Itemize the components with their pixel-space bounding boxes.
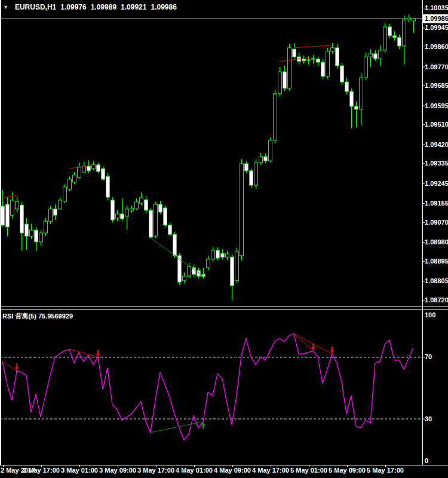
price-axis-label: 1.09335 [425, 160, 448, 167]
candle-body [159, 204, 162, 212]
candle-body [369, 54, 373, 57]
candle-body [78, 167, 81, 177]
candle-body [254, 163, 258, 185]
price-axis-label: 1.09685 [425, 82, 448, 89]
candle-body [68, 179, 72, 189]
candle-body [183, 276, 186, 281]
candle-body [164, 208, 167, 225]
rsi-axis-label: 100 [425, 311, 435, 318]
rsi-axis-label: 0 [425, 457, 428, 464]
candle-body [63, 187, 67, 201]
time-axis-label: 4 May 17:00 [252, 467, 289, 474]
candle-body [383, 27, 387, 50]
candle-body [307, 60, 311, 60]
quote-bid: 1.09986 [151, 3, 176, 11]
candle-body [111, 200, 115, 220]
candle-body [44, 221, 48, 233]
quote-info-bar: ▼ EURUSD,H1 1.09976 1.09989 1.09921 1.09… [3, 3, 177, 11]
quote-high: 1.09989 [91, 3, 116, 11]
quote-low: 1.09921 [121, 3, 146, 11]
candle-body [407, 18, 411, 20]
divergence-arrow-down-icon [96, 353, 100, 356]
time-axis-label: 5 May 01:00 [290, 467, 327, 474]
candle-body [240, 164, 244, 256]
price-axis-label: 1.09155 [425, 200, 448, 207]
indicator-name-label: RSI 背离(5) 75.9569929 [2, 312, 73, 321]
candle-body [259, 157, 263, 163]
candle-body [226, 254, 229, 257]
candle-body [388, 27, 392, 36]
time-axis-label: 5 May 09:00 [329, 467, 366, 474]
current-price-tag: 1.09986 [423, 14, 448, 23]
candle-body [340, 66, 344, 82]
candle-body [11, 200, 14, 215]
rsi-axis-label: 30 [425, 415, 432, 422]
price-axis-label: 1.08895 [425, 258, 448, 265]
candle-body [360, 78, 363, 109]
price-divergence-line [2, 195, 17, 198]
price-axis-label: 1.09245 [425, 180, 448, 187]
price-divergence-line [294, 45, 332, 48]
candle-body [173, 234, 177, 256]
candle-body [106, 176, 110, 197]
price-axis-label: 1.08980 [425, 238, 448, 246]
candle-body [326, 51, 330, 76]
time-axis-label: 4 May 01:00 [176, 467, 213, 474]
price-axis-label: 1.09770 [425, 63, 448, 71]
candle-body [6, 204, 10, 227]
candle-body [350, 91, 354, 106]
candle-body [20, 205, 24, 233]
candle-body [16, 201, 19, 209]
candle-body [221, 253, 225, 257]
time-axis-label: 3 May 17:00 [137, 467, 174, 474]
price-axis-label: 1.09510 [425, 121, 448, 128]
rsi-divergence-line [2, 361, 17, 370]
candle-body [102, 168, 105, 179]
quote-open: 1.09976 [60, 3, 86, 11]
rsi-line [2, 334, 413, 440]
candle-body [87, 166, 91, 171]
candle-body [231, 257, 234, 286]
candle-body [345, 82, 349, 91]
candle-body [355, 106, 358, 109]
time-axis-label: 2 May 17:00 [23, 467, 60, 474]
candle-body [245, 164, 248, 171]
collapse-arrow-icon[interactable]: ▼ [3, 4, 8, 10]
candle-body [49, 209, 53, 221]
candle-body [130, 209, 134, 210]
rsi-axis-label: 70 [425, 353, 432, 360]
candle-body [216, 250, 220, 258]
candle-body [336, 48, 339, 66]
candle-body [116, 214, 119, 218]
candle-body [331, 48, 335, 51]
candle-body [317, 59, 320, 62]
price-axis-label: 1.08805 [425, 277, 448, 284]
candle-body [403, 20, 406, 46]
candle-body [121, 214, 124, 219]
candle-body [135, 202, 139, 209]
price-axis-label: 1.09420 [425, 141, 448, 148]
candle-body [398, 38, 401, 46]
candle-body [293, 49, 296, 57]
candle-body [197, 271, 201, 276]
candle-body [39, 233, 43, 242]
time-axis-label: 3 May 09:00 [99, 467, 136, 474]
candle-body [269, 140, 272, 161]
candle-body [274, 94, 277, 140]
candle-body [250, 171, 253, 185]
candle-body [1, 206, 5, 225]
candle-body [82, 166, 86, 172]
price-divergence-line [280, 57, 313, 62]
candle-body [188, 266, 191, 276]
price-axis-label: 1.08720 [425, 296, 448, 304]
candle-body [125, 209, 129, 216]
candle-body [149, 210, 153, 237]
rsi-divergence-line [69, 350, 98, 357]
chart-canvas[interactable] [0, 0, 448, 478]
candle-body [283, 72, 287, 88]
time-axis-label: 4 May 09:00 [214, 467, 251, 474]
chart-window: ▼ EURUSD,H1 1.09976 1.09989 1.09921 1.09… [0, 0, 448, 478]
candle-body [59, 200, 62, 209]
time-axis-label: 5 May 17:00 [367, 467, 404, 474]
price-axis-label: 1.09595 [425, 102, 448, 109]
